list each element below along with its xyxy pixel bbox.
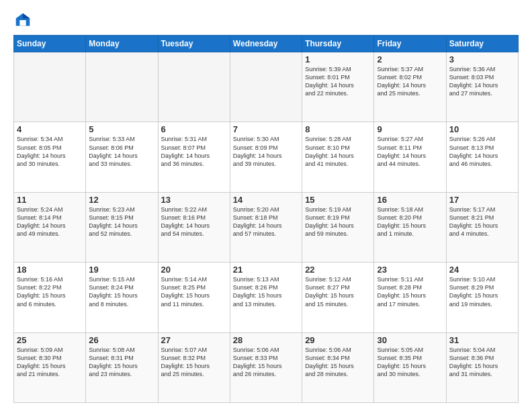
calendar-cell: 27Sunrise: 5:07 AM Sunset: 8:32 PM Dayli…: [158, 332, 230, 402]
day-number: 2: [377, 54, 443, 64]
weekday-header-row: SundayMondayTuesdayWednesdayThursdayFrid…: [14, 36, 519, 52]
logo: [13, 11, 35, 30]
day-number: 21: [233, 265, 299, 275]
calendar-table: SundayMondayTuesdayWednesdayThursdayFrid…: [13, 35, 519, 403]
calendar-cell: 7Sunrise: 5:30 AM Sunset: 8:09 PM Daylig…: [230, 122, 302, 192]
day-number: 14: [233, 195, 299, 205]
day-info: Sunrise: 5:16 AM Sunset: 8:22 PM Dayligh…: [17, 275, 83, 308]
day-number: 8: [305, 124, 371, 134]
calendar-cell: 29Sunrise: 5:06 AM Sunset: 8:34 PM Dayli…: [302, 332, 374, 402]
day-number: 28: [233, 335, 299, 345]
day-number: 4: [17, 124, 83, 134]
day-number: 27: [161, 335, 227, 345]
calendar-cell: 28Sunrise: 5:06 AM Sunset: 8:33 PM Dayli…: [230, 332, 302, 402]
weekday-header-tuesday: Tuesday: [158, 36, 230, 52]
day-number: 5: [89, 124, 154, 134]
weekday-header-thursday: Thursday: [302, 36, 374, 52]
calendar-cell: [230, 52, 302, 122]
day-number: 25: [17, 335, 83, 345]
day-number: 22: [305, 265, 371, 275]
day-info: Sunrise: 5:31 AM Sunset: 8:07 PM Dayligh…: [161, 135, 227, 168]
day-number: 17: [449, 195, 515, 205]
weekday-header-saturday: Saturday: [446, 36, 518, 52]
calendar-week-row: 4Sunrise: 5:34 AM Sunset: 8:05 PM Daylig…: [14, 122, 519, 192]
day-number: 23: [377, 265, 443, 275]
day-number: 15: [305, 195, 371, 205]
day-number: 6: [161, 124, 227, 134]
calendar-cell: 21Sunrise: 5:13 AM Sunset: 8:26 PM Dayli…: [230, 263, 302, 332]
day-info: Sunrise: 5:34 AM Sunset: 8:05 PM Dayligh…: [17, 135, 83, 168]
calendar-cell: 20Sunrise: 5:14 AM Sunset: 8:25 PM Dayli…: [158, 263, 230, 332]
weekday-header-monday: Monday: [86, 36, 158, 52]
day-number: 18: [17, 265, 83, 275]
calendar-cell: 1Sunrise: 5:39 AM Sunset: 8:01 PM Daylig…: [302, 52, 374, 122]
calendar-cell: 22Sunrise: 5:12 AM Sunset: 8:27 PM Dayli…: [302, 263, 374, 332]
weekday-header-wednesday: Wednesday: [230, 36, 302, 52]
day-info: Sunrise: 5:15 AM Sunset: 8:24 PM Dayligh…: [89, 275, 154, 308]
calendar-cell: 31Sunrise: 5:04 AM Sunset: 8:36 PM Dayli…: [446, 332, 518, 402]
calendar-week-row: 25Sunrise: 5:09 AM Sunset: 8:30 PM Dayli…: [14, 332, 519, 402]
calendar-week-row: 11Sunrise: 5:24 AM Sunset: 8:14 PM Dayli…: [14, 192, 519, 262]
day-info: Sunrise: 5:22 AM Sunset: 8:16 PM Dayligh…: [161, 205, 227, 238]
calendar-cell: 8Sunrise: 5:28 AM Sunset: 8:10 PM Daylig…: [302, 122, 374, 192]
day-info: Sunrise: 5:26 AM Sunset: 8:13 PM Dayligh…: [449, 135, 515, 168]
day-number: 26: [89, 335, 154, 345]
day-number: 10: [449, 124, 515, 134]
day-info: Sunrise: 5:07 AM Sunset: 8:32 PM Dayligh…: [161, 346, 227, 379]
calendar-cell: 12Sunrise: 5:23 AM Sunset: 8:15 PM Dayli…: [86, 192, 158, 262]
day-info: Sunrise: 5:14 AM Sunset: 8:25 PM Dayligh…: [161, 275, 227, 308]
calendar-cell: 2Sunrise: 5:37 AM Sunset: 8:02 PM Daylig…: [374, 52, 446, 122]
day-info: Sunrise: 5:37 AM Sunset: 8:02 PM Dayligh…: [377, 65, 443, 98]
weekday-header-sunday: Sunday: [14, 36, 86, 52]
day-info: Sunrise: 5:27 AM Sunset: 8:11 PM Dayligh…: [377, 135, 443, 168]
svg-marker-1: [23, 13, 30, 18]
calendar-cell: 15Sunrise: 5:19 AM Sunset: 8:19 PM Dayli…: [302, 192, 374, 262]
day-number: 7: [233, 124, 299, 134]
calendar-week-row: 1Sunrise: 5:39 AM Sunset: 8:01 PM Daylig…: [14, 52, 519, 122]
day-number: 13: [161, 195, 227, 205]
day-number: 1: [305, 54, 371, 64]
logo-icon: [13, 11, 32, 30]
calendar-cell: 13Sunrise: 5:22 AM Sunset: 8:16 PM Dayli…: [158, 192, 230, 262]
calendar-cell: 5Sunrise: 5:33 AM Sunset: 8:06 PM Daylig…: [86, 122, 158, 192]
day-number: 9: [377, 124, 443, 134]
day-info: Sunrise: 5:08 AM Sunset: 8:31 PM Dayligh…: [89, 346, 154, 379]
calendar-cell: 10Sunrise: 5:26 AM Sunset: 8:13 PM Dayli…: [446, 122, 518, 192]
calendar-cell: 11Sunrise: 5:24 AM Sunset: 8:14 PM Dayli…: [14, 192, 86, 262]
day-info: Sunrise: 5:10 AM Sunset: 8:29 PM Dayligh…: [449, 275, 515, 308]
day-number: 31: [449, 335, 515, 345]
day-number: 11: [17, 195, 83, 205]
day-info: Sunrise: 5:06 AM Sunset: 8:33 PM Dayligh…: [233, 346, 299, 379]
calendar-cell: 30Sunrise: 5:05 AM Sunset: 8:35 PM Dayli…: [374, 332, 446, 402]
page: SundayMondayTuesdayWednesdayThursdayFrid…: [0, 0, 532, 411]
day-number: 24: [449, 265, 515, 275]
calendar-cell: 3Sunrise: 5:36 AM Sunset: 8:03 PM Daylig…: [446, 52, 518, 122]
day-info: Sunrise: 5:11 AM Sunset: 8:28 PM Dayligh…: [377, 275, 443, 308]
day-info: Sunrise: 5:23 AM Sunset: 8:15 PM Dayligh…: [89, 205, 154, 238]
day-info: Sunrise: 5:24 AM Sunset: 8:14 PM Dayligh…: [17, 205, 83, 238]
day-info: Sunrise: 5:17 AM Sunset: 8:21 PM Dayligh…: [449, 205, 515, 238]
day-number: 19: [89, 265, 154, 275]
day-number: 30: [377, 335, 443, 345]
calendar-week-row: 18Sunrise: 5:16 AM Sunset: 8:22 PM Dayli…: [14, 263, 519, 332]
day-info: Sunrise: 5:12 AM Sunset: 8:27 PM Dayligh…: [305, 275, 371, 308]
calendar-cell: [14, 52, 86, 122]
calendar-cell: 26Sunrise: 5:08 AM Sunset: 8:31 PM Dayli…: [86, 332, 158, 402]
calendar-cell: 6Sunrise: 5:31 AM Sunset: 8:07 PM Daylig…: [158, 122, 230, 192]
day-number: 20: [161, 265, 227, 275]
day-info: Sunrise: 5:39 AM Sunset: 8:01 PM Dayligh…: [305, 65, 371, 98]
day-info: Sunrise: 5:18 AM Sunset: 8:20 PM Dayligh…: [377, 205, 443, 238]
day-info: Sunrise: 5:33 AM Sunset: 8:06 PM Dayligh…: [89, 135, 154, 168]
day-info: Sunrise: 5:06 AM Sunset: 8:34 PM Dayligh…: [305, 346, 371, 379]
day-number: 12: [89, 195, 154, 205]
day-number: 3: [449, 54, 515, 64]
svg-rect-2: [19, 20, 26, 26]
calendar-cell: 24Sunrise: 5:10 AM Sunset: 8:29 PM Dayli…: [446, 263, 518, 332]
day-info: Sunrise: 5:36 AM Sunset: 8:03 PM Dayligh…: [449, 65, 515, 98]
day-info: Sunrise: 5:19 AM Sunset: 8:19 PM Dayligh…: [305, 205, 371, 238]
calendar-cell: 16Sunrise: 5:18 AM Sunset: 8:20 PM Dayli…: [374, 192, 446, 262]
day-info: Sunrise: 5:05 AM Sunset: 8:35 PM Dayligh…: [377, 346, 443, 379]
day-info: Sunrise: 5:09 AM Sunset: 8:30 PM Dayligh…: [17, 346, 83, 379]
calendar-cell: [86, 52, 158, 122]
day-info: Sunrise: 5:28 AM Sunset: 8:10 PM Dayligh…: [305, 135, 371, 168]
